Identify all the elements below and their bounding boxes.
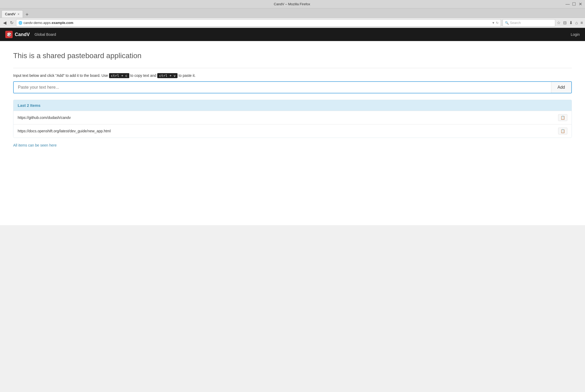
url-bar[interactable]: 🌐 candv-demo.apps.example.com ▼ ↻ [16,19,501,27]
login-link[interactable]: Login [571,32,580,37]
copy-button-1[interactable]: 📋 [558,114,567,121]
url-dropdown-icon[interactable]: ▼ [492,21,495,25]
titlebar-controls: — ☐ ✕ [566,2,582,6]
main-content: This is a shared pasteboard application … [0,41,585,225]
search-icon: 🔍 [505,21,509,25]
item-text-1: https://github.com/dudash/candv [18,115,71,120]
item-row: https://docs.openshift.org/latest/dev_gu… [13,124,572,138]
app-navbar: 🎲 CandV Global Board Login [0,28,585,41]
global-board-link[interactable]: Global Board [35,32,56,37]
paste-input[interactable] [14,82,551,93]
search-bar[interactable]: 🔍 Search [503,19,555,27]
app-name: CandV [15,32,30,37]
address-bar: ◀ ↻ 🌐 candv-demo.apps.example.com ▼ ↻ 🔍 … [0,18,585,28]
browser-title: CandV – Mozilla Firefox [18,2,566,6]
browser-tab[interactable]: CandV × [2,10,23,18]
url-refresh-icon[interactable]: ↻ [496,21,499,25]
items-header: Last 2 Items [13,100,572,111]
new-tab-button[interactable]: + [24,12,30,18]
app-logo: 🎲 CandV [5,31,30,38]
kbd-copy: ctrl + c [109,73,129,78]
item-text-2: https://docs.openshift.org/latest/dev_gu… [18,129,111,133]
url-domain: example.com [52,21,73,25]
toolbar-icons: ☆ ⊟ ⬇ ⌂ ≡ [557,20,583,25]
item-row: https://github.com/dudash/candv 📋 [13,111,572,124]
reader-icon[interactable]: ⊟ [563,20,567,25]
close-button[interactable]: ✕ [578,2,582,6]
home-icon[interactable]: ⌂ [575,21,578,25]
tab-close-icon[interactable]: × [18,13,19,16]
divider [13,68,572,68]
url-text: candv-demo.apps.example.com [23,21,491,25]
url-icon: 🌐 [18,21,22,25]
tab-bar: CandV × + [0,8,585,18]
url-prefix: candv-demo.apps. [23,21,52,25]
search-placeholder: Search [510,21,521,25]
paste-input-row: Add [13,81,572,93]
logo-icon-symbol: 🎲 [7,32,11,37]
star-icon[interactable]: ☆ [557,20,561,25]
page-heading: This is a shared pasteboard application [13,52,572,60]
browser-titlebar: CandV – Mozilla Firefox — ☐ ✕ [0,0,585,8]
tab-label: CandV [5,12,16,16]
menu-icon[interactable]: ≡ [581,21,583,25]
all-items-link[interactable]: All items can be seen here [13,143,57,147]
items-section: Last 2 Items https://github.com/dudash/c… [13,100,572,138]
copy-button-2[interactable]: 📋 [558,128,567,134]
minimize-button[interactable]: — [566,2,570,6]
kbd-paste: ctrl + v [157,73,178,78]
instruction-text: Input text below and click "Add" to add … [13,73,572,78]
maximize-button[interactable]: ☐ [572,2,576,6]
add-button[interactable]: Add [551,82,571,93]
url-actions: ▼ ↻ [492,21,499,25]
download-icon[interactable]: ⬇ [569,20,573,25]
back-button[interactable]: ◀ [2,20,7,26]
navbar-left: 🎲 CandV Global Board [5,31,56,38]
refresh-button[interactable]: ↻ [9,20,14,26]
logo-icon: 🎲 [5,31,13,38]
